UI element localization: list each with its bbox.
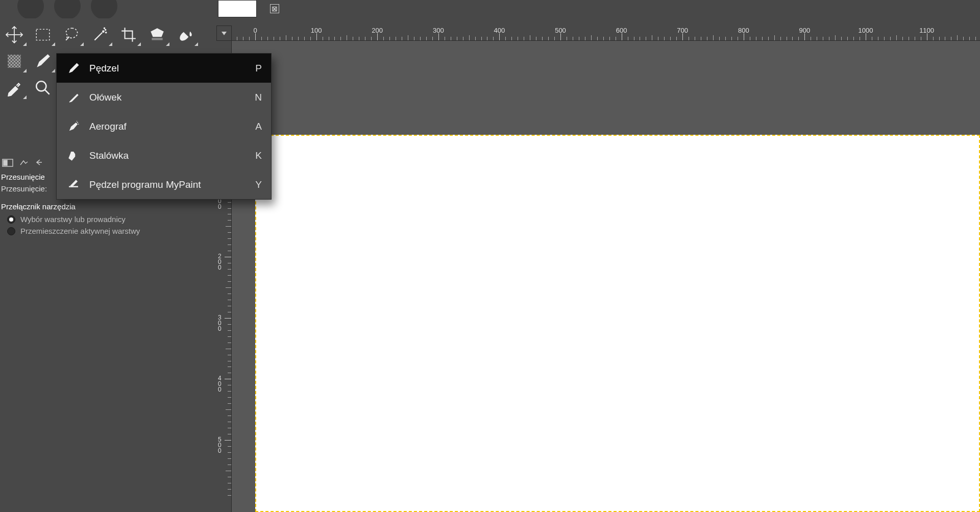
ruler-h-label: 0 [253, 27, 257, 34]
ruler-h-label: 200 [372, 27, 383, 34]
radio-label: Przemieszczenie aktywnej warstwy [20, 227, 140, 235]
menu-item-brush[interactable]: PędzelP [57, 54, 271, 83]
radio-select-layer[interactable]: Wybór warstwy lub prowadnicy [7, 215, 202, 224]
menu-item-label: Stalówka [89, 150, 255, 161]
tool-zoom[interactable] [29, 75, 57, 101]
ruler-h-label: 500 [555, 27, 566, 34]
tool-flyout-indicator-icon [80, 42, 84, 46]
ruler-v-label: 400 [218, 376, 222, 393]
menu-item-shortcut: P [255, 63, 262, 74]
tool-flyout-indicator-icon [23, 42, 27, 46]
ink-icon [66, 148, 81, 163]
tool-options-tab-1[interactable] [0, 155, 15, 169]
tool-move[interactable] [0, 21, 29, 48]
tabstrip-decoration [0, 0, 218, 18]
tool-flyout-indicator-icon [52, 42, 55, 46]
tool-flyout-indicator-icon [52, 69, 55, 72]
menu-item-label: Ołówek [89, 92, 255, 103]
svg-point-5 [105, 29, 106, 30]
pencil-icon [66, 90, 81, 105]
document-tab-close-icon[interactable]: ⊠ [270, 4, 279, 13]
close-glyph: ⊠ [272, 5, 278, 13]
tool-flyout-indicator-icon [137, 42, 141, 46]
tool-flyout-indicator-icon [194, 42, 198, 46]
svg-rect-22 [69, 186, 78, 187]
tool-options-section-head: Przełącznik narzędzia [1, 202, 202, 211]
menu-item-shortcut: A [255, 121, 262, 132]
svg-rect-9 [152, 38, 162, 40]
svg-point-6 [106, 32, 107, 33]
tool-options-tab-3[interactable] [33, 155, 48, 169]
tool-transform[interactable] [143, 21, 172, 48]
menu-item-shortcut: K [255, 150, 262, 161]
menu-item-airbrush[interactable]: AerografA [57, 112, 271, 141]
svg-point-19 [77, 121, 78, 123]
tool-paintbrush[interactable] [29, 48, 57, 75]
svg-rect-17 [4, 160, 7, 165]
ruler-h-label: 900 [799, 27, 811, 34]
ruler-h-label: 600 [616, 27, 627, 34]
ruler-h-label: 700 [677, 27, 688, 34]
tool-flyout-indicator-icon [166, 42, 169, 46]
ruler-v-label: 300 [218, 315, 222, 332]
menu-item-shortcut: N [255, 92, 262, 103]
tool-options-tab-2[interactable] [16, 155, 32, 169]
menu-item-ink[interactable]: StalówkaK [57, 141, 271, 170]
tool-rect-select[interactable] [29, 21, 57, 48]
svg-line-15 [45, 90, 50, 94]
ruler-h-label: 800 [738, 27, 749, 34]
document-tab-strip: ⊠ [0, 0, 980, 18]
svg-marker-8 [151, 28, 164, 37]
menu-item-shortcut: Y [255, 179, 262, 190]
svg-point-4 [103, 31, 104, 32]
svg-point-21 [77, 120, 78, 121]
svg-point-20 [78, 124, 79, 125]
radio-label: Wybór warstwy lub prowadnicy [20, 215, 126, 224]
canvas-page[interactable] [255, 135, 980, 512]
radio-dot-unselected-icon [7, 227, 15, 235]
mypaint-icon [66, 177, 81, 192]
airbrush-icon [66, 119, 81, 134]
canvas-area: 0100200300400500600700800900100011001200… [216, 26, 980, 512]
document-tab[interactable] [218, 0, 257, 17]
radio-dot-selected-icon [7, 215, 15, 224]
svg-point-7 [104, 28, 105, 29]
tool-gradient[interactable] [0, 48, 29, 75]
radio-move-active-layer[interactable]: Przemieszczenie aktywnej warstwy [7, 227, 202, 235]
tool-color-picker[interactable] [0, 75, 29, 101]
canvas-surface [232, 41, 980, 512]
ruler-h-label: 300 [433, 27, 444, 34]
menu-item-label: Pędzel programu MyPaint [89, 179, 255, 190]
menu-item-label: Pędzel [89, 63, 255, 74]
brush-context-menu: PędzelPOłówekNAerografAStalówkaKPędzel p… [56, 53, 272, 200]
ruler-h-label: 1000 [859, 27, 873, 34]
ruler-horizontal[interactable]: 0100200300400500600700800900100011001200… [232, 26, 980, 41]
menu-item-label: Aerograf [89, 121, 255, 132]
ruler-h-label: 100 [311, 27, 322, 34]
svg-rect-2 [36, 29, 50, 40]
svg-point-14 [36, 81, 46, 91]
tool-bucket-fill[interactable] [172, 21, 200, 48]
tool-flyout-indicator-icon [23, 69, 27, 72]
brush-icon [66, 61, 81, 76]
tool-fuzzy-select[interactable] [86, 21, 114, 48]
ruler-v-label: 200 [218, 254, 222, 271]
ruler-h-label: 400 [494, 27, 505, 34]
svg-rect-10 [8, 55, 21, 68]
ruler-v-label: 500 [218, 437, 222, 454]
tool-flyout-indicator-icon [23, 95, 27, 99]
ruler-h-label: 1100 [919, 27, 934, 34]
menu-item-pencil[interactable]: OłówekN [57, 83, 271, 112]
tool-crop[interactable] [114, 21, 143, 48]
tool-free-select[interactable] [57, 21, 86, 48]
menu-item-mypaint[interactable]: Pędzel programu MyPaintY [57, 170, 271, 199]
ruler-origin-button[interactable] [216, 26, 232, 41]
svg-marker-18 [222, 32, 227, 35]
tool-flyout-indicator-icon [109, 42, 112, 46]
